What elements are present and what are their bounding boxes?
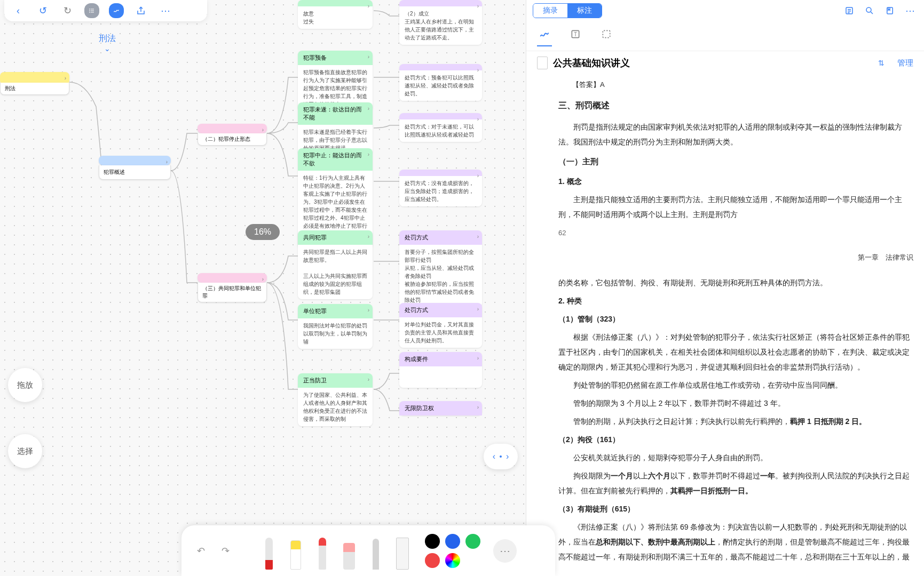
node-body: 我国刑法对单位犯罪的处罚以双罚制为主，以单罚制为辅 xyxy=(298,318,373,349)
node-joint[interactable]: 共同犯罪› 共同犯罪是指二人以上共同故意犯罪。三人以上为共同实施犯罪而组成的较为… xyxy=(298,230,373,299)
color-blue[interactable] xyxy=(445,534,460,549)
node-header: 无限防卫权› xyxy=(399,401,482,415)
highlighter-tool[interactable] xyxy=(286,532,305,570)
color-green[interactable] xyxy=(465,534,480,549)
node-sec2[interactable]: （二）犯罪停止形态 xyxy=(198,133,267,146)
chevron-icon: › xyxy=(368,106,369,111)
doc-p: 拘役期限为一个月以上六个月以下，数罪并罚时不得超过一年。被判拘役刑人民法院的判决… xyxy=(558,468,913,498)
node-suspend-punish[interactable]: › 处罚方式：没有造成损害的，应当免除处罚；造成损害的，应当减轻处罚。 xyxy=(399,170,482,206)
node-header: › xyxy=(298,0,373,6)
node-intent-detail[interactable]: › （2）成立 王鸡某人在乡村道上，在明知他人正要借路通过情况下，主动去了近路或… xyxy=(399,0,482,45)
canvas-mode-buttons: 拖放 选择 xyxy=(8,368,42,468)
chevron-icon: › xyxy=(477,67,479,73)
node-root-body[interactable]: 刑法 xyxy=(0,83,69,95)
pencil-tool[interactable] xyxy=(366,532,385,570)
document-panel: 摘录 标注 ⋯ T 公共基础知识讲义 ⇅ 管理 【答案】A 三、刑罚概述 刑罚是… xyxy=(526,0,924,576)
color-picker[interactable] xyxy=(445,553,460,568)
chevron-icon: › xyxy=(65,75,66,81)
chevron-icon: › xyxy=(477,306,479,312)
tab-text[interactable]: T xyxy=(568,26,583,46)
doc-more-icon[interactable]: ⋯ xyxy=(903,3,918,18)
doc-search-icon[interactable] xyxy=(862,3,877,18)
chevron-icon: › xyxy=(368,3,369,9)
node-defense-elem[interactable]: 构成要件› xyxy=(399,352,482,388)
select-mode-button[interactable]: 选择 xyxy=(8,434,42,468)
node-header: › xyxy=(399,113,482,119)
doc-list-icon[interactable] xyxy=(842,3,857,18)
node-sec2-head[interactable]: › xyxy=(198,124,267,133)
pen-undo-button[interactable]: ↶ xyxy=(192,542,209,559)
node-sec3[interactable]: （三）共同犯罪和单位犯罪 xyxy=(198,283,267,302)
doc-p: 主刑是指只能独立适用的主要刑罚方法。主刑只能独立适用，不能附加适用即一个罪只能适… xyxy=(558,192,913,222)
doc-p: 刑罚是指刑法规定的由国家审判机关依法对犯罪的人适用的限制或剥夺其一权益的强制性法… xyxy=(558,119,913,149)
node-header: › xyxy=(399,64,482,70)
node-body: 故意过失 xyxy=(298,6,373,29)
back-button[interactable]: ‹ xyxy=(11,3,26,18)
seg-excerpt[interactable]: 摘录 xyxy=(533,4,567,18)
doc-thumb-icon xyxy=(537,57,548,69)
next-button[interactable]: › xyxy=(506,452,509,461)
doc-bookmark-icon[interactable] xyxy=(882,3,897,18)
node-defense-unlimited[interactable]: 无限防卫权› xyxy=(399,401,482,415)
pen-tool-red[interactable] xyxy=(259,532,279,570)
mindmap-canvas[interactable]: › 刑法 › 犯罪概述 › （二）犯罪停止形态 › （三）共同犯罪和单位犯罪 ›… xyxy=(0,0,526,576)
seg-annotation[interactable]: 标注 xyxy=(567,4,602,18)
chevron-icon: › xyxy=(368,151,369,157)
node-unit-punish[interactable]: 处罚方式› 对单位判处罚金，又对其直接负责的主管人员和其他直接责任人员判处刑罚。 xyxy=(399,303,482,348)
node-attempt-punish[interactable]: › 处罚方式：对于未遂犯，可以比照既遂犯从轻或者减轻处罚 xyxy=(399,113,482,142)
svg-point-5 xyxy=(90,12,90,13)
doc-p: 管制的期限为 3 个月以上 2 年以下，数罪并罚时不得超过 3 年。 xyxy=(558,396,913,411)
node-sec3-head[interactable]: › xyxy=(198,273,267,283)
pen-tool-red2[interactable] xyxy=(313,532,332,570)
node-defense[interactable]: 正当防卫› 为了使国家、公共利益、本人或者他人的人身财产和其他权利免受正在进行的… xyxy=(298,373,373,426)
node-section-1-head[interactable]: › xyxy=(99,156,171,165)
redo-button[interactable]: ↻ xyxy=(60,3,75,18)
drag-mode-button[interactable]: 拖放 xyxy=(8,368,42,402)
chevron-icon: › xyxy=(477,3,479,9)
pen-more-button[interactable]: ⋯ xyxy=(493,539,517,563)
draw-button[interactable] xyxy=(109,3,124,18)
doc-h4c: 2. 种类 xyxy=(558,293,913,308)
node-header: 处罚方式› xyxy=(399,303,482,317)
doc-p: 根据《刑法修正案（八）》：对判处管制的犯罪分子，依法实行社区矫正（将符合社区矫正… xyxy=(558,330,913,374)
node-joint-punish[interactable]: 处罚方式› 首要分子，按照集团所犯的全部罪行处罚 从犯，应当从轻、减轻处罚或者免… xyxy=(399,230,482,307)
manage-button[interactable]: 管理 xyxy=(897,58,913,68)
doc-p: 的类名称，它包括管制、拘役、有期徒刑、无期徒刑和死刑五种具体的刑罚方法。 xyxy=(558,275,913,290)
pen-redo-button[interactable]: ↷ xyxy=(217,542,234,559)
doc-content[interactable]: 【答案】A 三、刑罚概述 刑罚是指刑法规定的由国家审判机关依法对犯罪的人适用的限… xyxy=(526,75,924,576)
eraser-tool[interactable] xyxy=(339,532,359,570)
node-header: › xyxy=(399,170,482,176)
node-header: 犯罪未遂：欲达目的而不能› xyxy=(298,102,373,125)
pen-toolbar: ↶ ↷ ⋯ xyxy=(181,525,555,576)
color-red[interactable] xyxy=(425,553,440,568)
node-intent[interactable]: › 故意过失 xyxy=(298,0,373,29)
node-header: 犯罪中止：能达目的而不欲› xyxy=(298,148,373,171)
zoom-badge: 16% xyxy=(246,224,280,240)
more-button[interactable]: ⋯ xyxy=(158,3,173,18)
chevron-icon: › xyxy=(368,307,369,313)
sort-button[interactable]: ⇅ xyxy=(878,59,884,67)
share-button[interactable] xyxy=(133,3,148,18)
node-section-1[interactable]: 犯罪概述 xyxy=(99,165,171,180)
node-unit[interactable]: 单位犯罪› 我国刑法对单位犯罪的处罚以双罚制为主，以单罚制为辅 xyxy=(298,304,373,349)
node-header: 共同犯罪› xyxy=(298,230,373,245)
doc-top-bar: 摘录 标注 ⋯ xyxy=(526,0,924,21)
page-nav: ‹ › xyxy=(484,444,518,469)
svg-line-11 xyxy=(871,12,873,14)
node-attempt[interactable]: 犯罪未遂：欲达目的而不能› 犯罪未遂是指已经着手实行犯罪，由于犯罪分子意志以外的… xyxy=(298,102,373,155)
doc-p: 管制的刑期，从判决执行之日起计算；判决执行以前先行羁押的，羁押 1 日抵刑期 2… xyxy=(558,414,913,429)
tab-select[interactable] xyxy=(599,26,614,46)
node-body: 首要分子，按照集团所犯的全部罪行处罚 从犯，应当从轻、减轻处罚或者免除处罚 被胁… xyxy=(399,245,482,307)
prev-button[interactable]: ‹ xyxy=(493,452,495,461)
node-body: 处罚方式：预备犯可以比照既遂犯从轻、减轻处罚或者免除处罚。 xyxy=(399,70,482,101)
tab-draw[interactable] xyxy=(537,26,552,46)
undo-button[interactable]: ↺ xyxy=(35,3,50,18)
color-black[interactable] xyxy=(425,534,440,549)
node-body: 处罚方式：对于未遂犯，可以比照既遂犯从轻或者减轻处罚 xyxy=(399,119,482,142)
outline-button[interactable] xyxy=(84,3,99,18)
node-body xyxy=(399,366,482,388)
node-prepare-punish[interactable]: › 处罚方式：预备犯可以比照既遂犯从轻、减轻处罚或者免除处罚。 xyxy=(399,64,482,101)
node-body: （2）成立 王鸡某人在乡村道上，在明知他人正要借路通过情况下，主动去了近路或不走… xyxy=(399,6,482,45)
chevron-icon: › xyxy=(477,234,479,239)
ruler-tool[interactable] xyxy=(393,532,412,570)
